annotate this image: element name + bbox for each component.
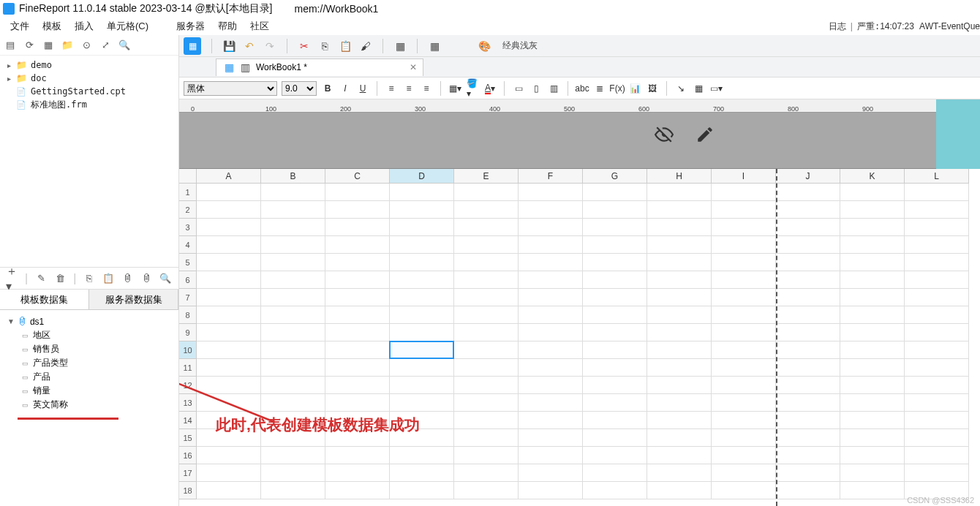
align-center-icon[interactable]: ≡ — [402, 82, 415, 95]
cell[interactable] — [390, 324, 454, 341]
cell[interactable] — [519, 377, 583, 394]
cell[interactable] — [261, 447, 325, 464]
new-icon[interactable]: ▤ — [4, 39, 16, 51]
cell[interactable] — [712, 359, 776, 377]
cell[interactable] — [712, 341, 776, 359]
cell[interactable] — [390, 201, 454, 219]
cell[interactable] — [261, 412, 325, 429]
cell[interactable] — [840, 254, 905, 271]
close-tab-icon[interactable]: ✕ — [410, 62, 417, 72]
col-header[interactable]: J — [776, 169, 840, 184]
cell[interactable] — [647, 412, 712, 429]
cell[interactable] — [325, 236, 390, 254]
cell[interactable] — [647, 464, 712, 482]
cell[interactable] — [197, 184, 261, 201]
visibility-off-icon[interactable] — [655, 125, 674, 144]
italic-icon[interactable]: I — [339, 82, 352, 95]
tool2-icon[interactable]: ▦ — [692, 82, 705, 95]
font-size-select[interactable]: 9.0 — [282, 81, 317, 96]
cell[interactable] — [840, 324, 905, 341]
dataset-column[interactable]: ▭销售员 — [3, 342, 176, 356]
grid-icon[interactable]: ▦ — [42, 39, 54, 51]
cell[interactable] — [905, 341, 969, 359]
cell[interactable] — [390, 412, 454, 429]
cell[interactable] — [325, 429, 390, 447]
cell[interactable] — [454, 377, 519, 394]
cell[interactable] — [905, 219, 969, 236]
menu-template[interactable]: 模板 — [42, 20, 61, 33]
cell[interactable] — [325, 464, 390, 482]
cell[interactable] — [261, 219, 325, 236]
cell[interactable] — [325, 254, 390, 271]
cell[interactable] — [583, 341, 647, 359]
cell[interactable] — [712, 464, 776, 482]
cell[interactable] — [583, 412, 647, 429]
save-icon[interactable]: 💾 — [222, 39, 235, 53]
delete-dataset-icon[interactable]: 🗑 — [54, 273, 66, 284]
tree-item[interactable]: 📄GettingStarted.cpt — [0, 85, 178, 98]
cell[interactable] — [519, 289, 583, 306]
row-header[interactable]: 7 — [179, 289, 197, 306]
formula-icon[interactable]: F(x) — [611, 82, 624, 95]
cell[interactable] — [712, 324, 776, 341]
cell[interactable] — [197, 254, 261, 271]
cell[interactable] — [712, 306, 776, 324]
undo-icon[interactable]: ↶ — [243, 39, 256, 53]
cell[interactable] — [583, 464, 647, 482]
row-header[interactable]: 15 — [179, 429, 197, 447]
row-header[interactable]: 3 — [179, 219, 197, 236]
cell[interactable] — [840, 482, 905, 499]
cell[interactable] — [197, 271, 261, 289]
cell[interactable] — [454, 184, 519, 201]
cell[interactable] — [905, 201, 969, 219]
cell[interactable] — [390, 464, 454, 482]
cell[interactable] — [390, 341, 454, 359]
locate-icon[interactable]: ⊙ — [80, 39, 92, 51]
cell[interactable] — [647, 254, 712, 271]
collapse-icon[interactable]: ⤢ — [99, 39, 111, 51]
cell[interactable] — [390, 359, 454, 377]
unmerge-icon[interactable]: ▯ — [529, 82, 543, 95]
cell[interactable] — [454, 482, 519, 499]
cell[interactable] — [647, 271, 712, 289]
row-header[interactable]: 8 — [179, 306, 197, 324]
cell[interactable] — [325, 394, 390, 412]
cell[interactable] — [261, 236, 325, 254]
row-header[interactable]: 10 — [179, 341, 197, 359]
col-header[interactable]: I — [712, 169, 776, 184]
cell[interactable] — [197, 324, 261, 341]
cell[interactable] — [583, 219, 647, 236]
row-header[interactable]: 17 — [179, 464, 197, 482]
cell[interactable] — [454, 341, 519, 359]
cell[interactable] — [840, 271, 905, 289]
cell[interactable] — [261, 201, 325, 219]
cell[interactable] — [261, 324, 325, 341]
cell[interactable] — [712, 184, 776, 201]
cell[interactable] — [261, 359, 325, 377]
menu-file[interactable]: 文件 — [10, 20, 29, 33]
cell[interactable] — [905, 236, 969, 254]
row-header[interactable]: 1 — [179, 184, 197, 201]
cell[interactable] — [390, 289, 454, 306]
cell[interactable] — [583, 429, 647, 447]
cell[interactable] — [647, 219, 712, 236]
cell[interactable] — [519, 359, 583, 377]
row-header[interactable]: 6 — [179, 271, 197, 289]
add-dataset-icon[interactable]: ＋▾ — [6, 273, 18, 284]
cell[interactable] — [197, 306, 261, 324]
cell[interactable] — [261, 184, 325, 201]
tab-template-ds[interactable]: 模板数据集 — [0, 290, 89, 309]
search-icon[interactable]: 🔍 — [118, 39, 130, 51]
dataset-column[interactable]: ▭产品 — [3, 370, 176, 384]
cell[interactable] — [261, 254, 325, 271]
cell[interactable] — [454, 394, 519, 412]
copy-dataset-icon[interactable]: ⎘ — [83, 273, 95, 284]
cell[interactable] — [197, 447, 261, 464]
cell[interactable] — [325, 482, 390, 499]
cell[interactable] — [583, 377, 647, 394]
cell[interactable] — [905, 377, 969, 394]
grid-toggle-icon[interactable]: ▦ — [428, 39, 441, 53]
cell[interactable] — [776, 236, 840, 254]
cell[interactable] — [905, 429, 969, 447]
underline-icon[interactable]: U — [356, 82, 369, 95]
